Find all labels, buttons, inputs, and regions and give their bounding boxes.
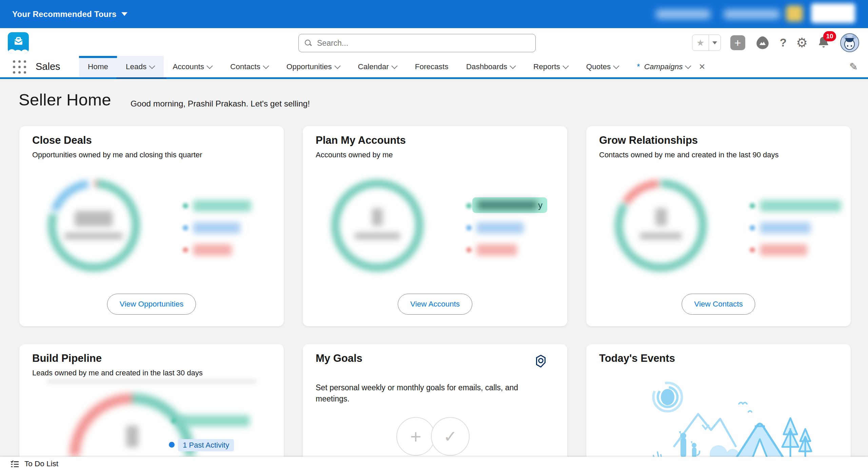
nav-tabs: Home Leads Accounts Contacts Opportuniti… — [79, 56, 714, 77]
redacted-legend-item — [476, 244, 517, 256]
tab-campaigns-temporary[interactable]: * Campaigns ✕ — [628, 56, 714, 77]
goals-description: Set personal weekly or monthly goals for… — [316, 382, 536, 404]
redacted-legend-item — [193, 200, 251, 212]
legend-dot-red — [183, 247, 188, 253]
tab-leads[interactable]: Leads — [117, 56, 164, 77]
chevron-down-icon[interactable] — [263, 63, 269, 69]
astro-eye — [847, 45, 848, 47]
redacted-legend-item — [760, 200, 841, 212]
legend-dot-blue — [750, 225, 755, 231]
guidance-center-icon[interactable] — [755, 35, 770, 51]
notification-count-badge: 10 — [823, 31, 836, 41]
sales-app-logo[interactable] — [8, 32, 29, 53]
card-title: Plan My Accounts — [316, 134, 406, 146]
card-my-goals: My Goals Set personal weekly or monthly … — [303, 344, 567, 471]
edit-navigation-pencil-icon[interactable]: ✎ — [849, 56, 858, 77]
legend-dot-blue — [183, 225, 188, 231]
tab-opportunities[interactable]: Opportunities — [278, 56, 349, 77]
global-actions-button[interactable]: + — [730, 35, 745, 50]
current-app-name[interactable]: Sales — [36, 56, 60, 77]
redacted-gauge-value — [126, 426, 138, 447]
unsaved-asterisk: * — [637, 62, 640, 72]
past-activity-legend-pill[interactable]: 1 Past Activity — [178, 439, 234, 451]
card-title: Grow Relationships — [599, 134, 698, 146]
favorites-split-button[interactable]: ★ — [692, 35, 721, 51]
recommended-tours-label: Your Recommended Tours — [12, 9, 117, 19]
chevron-down-icon[interactable] — [510, 63, 516, 69]
tab-quotes[interactable]: Quotes — [577, 56, 628, 77]
redacted-legend-item — [178, 415, 250, 427]
goals-settings-icon[interactable] — [533, 354, 548, 370]
global-header: ★ + ? ⚙ 10 — [0, 28, 868, 56]
redacted-topbar-avatar[interactable] — [786, 5, 803, 22]
tab-calendar[interactable]: Calendar — [349, 56, 406, 77]
tab-dashboards[interactable]: Dashboards — [457, 56, 525, 77]
redacted-legend-text — [477, 201, 537, 210]
card-title: Close Deals — [32, 134, 92, 146]
greeting-text: Good morning, Prashil Prakash. Let's get… — [131, 99, 310, 109]
legend-item-highlighted[interactable]: y — [472, 197, 547, 213]
redacted-legend-item — [760, 244, 807, 256]
card-subtitle: Opportunities owned by me and closing th… — [32, 151, 202, 159]
setup-gear-icon[interactable]: ⚙ — [796, 36, 808, 49]
header-utility-icons: ★ + ? ⚙ 10 — [692, 32, 859, 53]
tab-contacts[interactable]: Contacts — [221, 56, 278, 77]
todo-list-label: To Do List — [24, 459, 58, 468]
tab-reports[interactable]: Reports — [525, 56, 577, 77]
chevron-down-icon[interactable] — [685, 63, 691, 69]
card-grow-relationships: Grow Relationships Contacts owned by me … — [586, 126, 851, 326]
app-launcher-icon[interactable] — [13, 60, 26, 74]
chevron-down-icon[interactable] — [149, 63, 155, 69]
card-title: Build Pipeline — [32, 352, 102, 365]
chevron-down-icon[interactable] — [206, 63, 213, 69]
global-search[interactable] — [298, 34, 536, 52]
redacted-donut-label — [640, 233, 682, 239]
legend-dot-blue — [466, 225, 472, 231]
card-subtitle: Contacts owned by me and created in the … — [599, 151, 779, 159]
redacted-legend-item — [476, 222, 524, 234]
tab-home[interactable]: Home — [79, 56, 117, 77]
redacted-legend-item — [193, 244, 232, 256]
page-title: Seller Home — [19, 90, 111, 109]
add-goal-button[interactable]: + — [396, 417, 435, 456]
card-todays-events: Today's Events — [586, 344, 851, 471]
favorites-dropdown-icon[interactable] — [709, 35, 721, 51]
card-title: Today's Events — [599, 352, 675, 365]
app-navigation-bar: Sales Home Leads Accounts Contacts Oppor… — [0, 56, 868, 79]
astro-eye — [851, 45, 852, 47]
redacted-donut-value — [655, 208, 667, 226]
redacted-donut-label — [64, 233, 123, 239]
notifications-button[interactable]: 10 — [817, 35, 831, 50]
tab-forecasts[interactable]: Forecasts — [406, 56, 457, 77]
todo-checklist-icon — [10, 459, 19, 469]
redacted-topbar-link-2[interactable] — [724, 9, 780, 19]
search-icon — [305, 40, 312, 46]
view-accounts-button[interactable]: View Accounts — [398, 294, 472, 315]
card-build-pipeline: Build Pipeline Leads owned by me and cre… — [19, 344, 284, 471]
redacted-topbar-link-1[interactable] — [656, 9, 710, 19]
recommended-tours-dropdown[interactable]: Your Recommended Tours — [12, 0, 127, 28]
chevron-down-icon[interactable] — [613, 63, 619, 69]
redacted-donut-value — [372, 208, 383, 226]
briefcase-cloud-icon — [8, 32, 29, 53]
nav-underline-active-segment — [116, 77, 166, 79]
tab-accounts[interactable]: Accounts — [164, 56, 221, 77]
legend-dot-teal — [171, 418, 177, 424]
chevron-down-icon[interactable] — [563, 63, 569, 69]
redacted-legend-item — [760, 222, 811, 234]
help-icon[interactable]: ? — [780, 36, 787, 49]
close-tab-icon[interactable]: ✕ — [698, 62, 705, 72]
view-opportunities-button[interactable]: View Opportunities — [107, 294, 196, 315]
camping-illustration — [617, 374, 820, 469]
favorite-star-icon[interactable]: ★ — [692, 35, 709, 51]
redacted-topbar-button[interactable] — [811, 3, 855, 23]
user-avatar[interactable] — [840, 33, 859, 52]
chevron-down-icon[interactable] — [334, 63, 340, 69]
goal-check-button[interactable]: ✓ — [431, 417, 470, 456]
todo-list-bar[interactable]: To Do List — [0, 457, 868, 471]
view-contacts-button[interactable]: View Contacts — [682, 294, 755, 315]
chevron-down-icon[interactable] — [391, 63, 397, 69]
legend-visible-suffix: y — [538, 200, 542, 211]
legend-dot-blue — [169, 442, 175, 448]
search-input[interactable] — [316, 38, 529, 48]
